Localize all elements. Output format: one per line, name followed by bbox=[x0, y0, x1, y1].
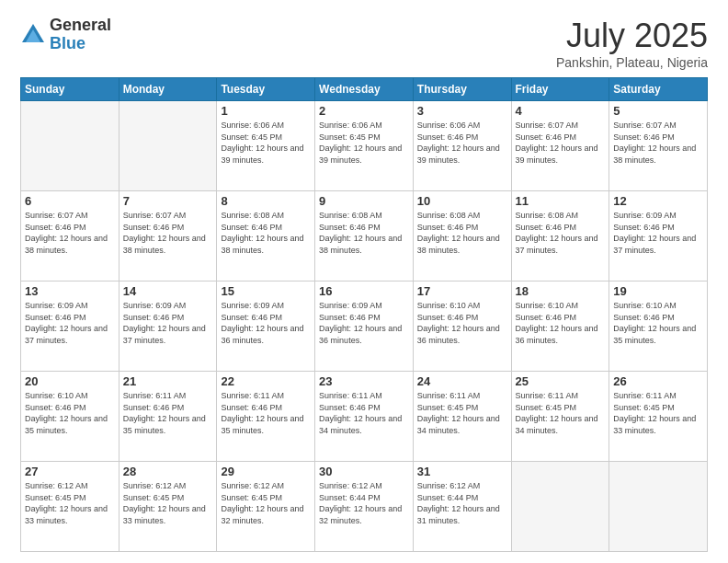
calendar-cell bbox=[609, 462, 708, 552]
day-number: 11 bbox=[516, 194, 606, 208]
calendar-cell: 3Sunrise: 6:06 AM Sunset: 6:46 PM Daylig… bbox=[413, 101, 511, 191]
day-number: 22 bbox=[221, 374, 311, 388]
day-info: Sunrise: 6:08 AM Sunset: 6:46 PM Dayligh… bbox=[516, 210, 606, 256]
day-info: Sunrise: 6:06 AM Sunset: 6:45 PM Dayligh… bbox=[221, 120, 311, 166]
calendar-cell: 24Sunrise: 6:11 AM Sunset: 6:45 PM Dayli… bbox=[413, 372, 511, 462]
day-number: 23 bbox=[319, 374, 409, 388]
day-info: Sunrise: 6:11 AM Sunset: 6:46 PM Dayligh… bbox=[221, 390, 311, 436]
calendar-cell: 2Sunrise: 6:06 AM Sunset: 6:45 PM Daylig… bbox=[315, 101, 414, 191]
calendar-cell: 12Sunrise: 6:09 AM Sunset: 6:46 PM Dayli… bbox=[609, 191, 708, 282]
day-number: 12 bbox=[613, 194, 703, 208]
calendar-cell: 21Sunrise: 6:11 AM Sunset: 6:46 PM Dayli… bbox=[119, 372, 217, 462]
day-info: Sunrise: 6:09 AM Sunset: 6:46 PM Dayligh… bbox=[25, 300, 115, 346]
calendar-cell: 31Sunrise: 6:12 AM Sunset: 6:44 PM Dayli… bbox=[413, 462, 511, 552]
calendar-cell: 22Sunrise: 6:11 AM Sunset: 6:46 PM Dayli… bbox=[217, 372, 315, 462]
day-info: Sunrise: 6:07 AM Sunset: 6:46 PM Dayligh… bbox=[25, 210, 115, 256]
day-number: 7 bbox=[123, 194, 213, 208]
calendar-cell: 29Sunrise: 6:12 AM Sunset: 6:45 PM Dayli… bbox=[217, 462, 315, 552]
day-number: 3 bbox=[417, 104, 507, 118]
calendar-body: 1Sunrise: 6:06 AM Sunset: 6:45 PM Daylig… bbox=[21, 101, 708, 552]
day-info: Sunrise: 6:10 AM Sunset: 6:46 PM Dayligh… bbox=[417, 300, 507, 346]
day-info: Sunrise: 6:11 AM Sunset: 6:45 PM Dayligh… bbox=[417, 390, 507, 436]
day-info: Sunrise: 6:12 AM Sunset: 6:44 PM Dayligh… bbox=[417, 480, 507, 526]
day-info: Sunrise: 6:08 AM Sunset: 6:46 PM Dayligh… bbox=[417, 210, 507, 256]
calendar-cell: 6Sunrise: 6:07 AM Sunset: 6:46 PM Daylig… bbox=[21, 191, 119, 282]
day-header-wednesday: Wednesday bbox=[315, 78, 414, 101]
day-info: Sunrise: 6:07 AM Sunset: 6:46 PM Dayligh… bbox=[516, 120, 606, 166]
day-number: 4 bbox=[516, 104, 606, 118]
title-block: July 2025 Pankshin, Plateau, Nigeria bbox=[556, 17, 708, 70]
calendar-cell: 19Sunrise: 6:10 AM Sunset: 6:46 PM Dayli… bbox=[609, 282, 708, 372]
week-row-2: 13Sunrise: 6:09 AM Sunset: 6:46 PM Dayli… bbox=[21, 282, 708, 372]
calendar-cell: 14Sunrise: 6:09 AM Sunset: 6:46 PM Dayli… bbox=[119, 282, 217, 372]
day-number: 6 bbox=[25, 194, 115, 208]
logo-general: General bbox=[50, 17, 111, 35]
day-info: Sunrise: 6:07 AM Sunset: 6:46 PM Dayligh… bbox=[123, 210, 213, 256]
calendar-cell: 16Sunrise: 6:09 AM Sunset: 6:46 PM Dayli… bbox=[315, 282, 414, 372]
calendar-cell: 10Sunrise: 6:08 AM Sunset: 6:46 PM Dayli… bbox=[413, 191, 511, 282]
calendar-cell: 1Sunrise: 6:06 AM Sunset: 6:45 PM Daylig… bbox=[217, 101, 315, 191]
day-number: 8 bbox=[221, 194, 311, 208]
calendar-cell: 5Sunrise: 6:07 AM Sunset: 6:46 PM Daylig… bbox=[609, 101, 708, 191]
day-number: 21 bbox=[123, 374, 213, 388]
day-header-row: SundayMondayTuesdayWednesdayThursdayFrid… bbox=[21, 78, 708, 101]
day-info: Sunrise: 6:06 AM Sunset: 6:45 PM Dayligh… bbox=[319, 120, 409, 166]
day-number: 18 bbox=[516, 284, 606, 298]
day-number: 25 bbox=[516, 374, 606, 388]
calendar-cell: 7Sunrise: 6:07 AM Sunset: 6:46 PM Daylig… bbox=[119, 191, 217, 282]
day-info: Sunrise: 6:07 AM Sunset: 6:46 PM Dayligh… bbox=[613, 120, 703, 166]
day-number: 24 bbox=[417, 374, 507, 388]
day-info: Sunrise: 6:12 AM Sunset: 6:45 PM Dayligh… bbox=[221, 480, 311, 526]
page: General Blue July 2025 Pankshin, Plateau… bbox=[0, 0, 728, 563]
day-info: Sunrise: 6:12 AM Sunset: 6:44 PM Dayligh… bbox=[319, 480, 409, 526]
header: General Blue July 2025 Pankshin, Plateau… bbox=[20, 17, 708, 70]
week-row-3: 20Sunrise: 6:10 AM Sunset: 6:46 PM Dayli… bbox=[21, 372, 708, 462]
calendar-cell: 28Sunrise: 6:12 AM Sunset: 6:45 PM Dayli… bbox=[119, 462, 217, 552]
day-header-friday: Friday bbox=[511, 78, 609, 101]
day-header-sunday: Sunday bbox=[21, 78, 119, 101]
day-number: 29 bbox=[221, 465, 311, 478]
week-row-1: 6Sunrise: 6:07 AM Sunset: 6:46 PM Daylig… bbox=[21, 191, 708, 282]
day-number: 30 bbox=[319, 465, 409, 478]
calendar-cell bbox=[119, 101, 217, 191]
day-info: Sunrise: 6:09 AM Sunset: 6:46 PM Dayligh… bbox=[221, 300, 311, 346]
day-info: Sunrise: 6:09 AM Sunset: 6:46 PM Dayligh… bbox=[613, 210, 703, 256]
day-number: 16 bbox=[319, 284, 409, 298]
day-header-saturday: Saturday bbox=[609, 78, 708, 101]
day-number: 14 bbox=[123, 284, 213, 298]
day-info: Sunrise: 6:10 AM Sunset: 6:46 PM Dayligh… bbox=[613, 300, 703, 346]
day-info: Sunrise: 6:12 AM Sunset: 6:45 PM Dayligh… bbox=[123, 480, 213, 526]
day-info: Sunrise: 6:11 AM Sunset: 6:46 PM Dayligh… bbox=[123, 390, 213, 436]
week-row-0: 1Sunrise: 6:06 AM Sunset: 6:45 PM Daylig… bbox=[21, 101, 708, 191]
logo-icon bbox=[20, 22, 46, 48]
day-info: Sunrise: 6:08 AM Sunset: 6:46 PM Dayligh… bbox=[319, 210, 409, 256]
day-number: 28 bbox=[123, 465, 213, 478]
day-number: 10 bbox=[417, 194, 507, 208]
calendar-cell: 25Sunrise: 6:11 AM Sunset: 6:45 PM Dayli… bbox=[511, 372, 609, 462]
calendar-cell: 17Sunrise: 6:10 AM Sunset: 6:46 PM Dayli… bbox=[413, 282, 511, 372]
calendar-cell: 27Sunrise: 6:12 AM Sunset: 6:45 PM Dayli… bbox=[21, 462, 119, 552]
day-number: 15 bbox=[221, 284, 311, 298]
day-number: 1 bbox=[221, 104, 311, 118]
day-number: 19 bbox=[613, 284, 703, 298]
calendar-cell: 30Sunrise: 6:12 AM Sunset: 6:44 PM Dayli… bbox=[315, 462, 414, 552]
day-number: 31 bbox=[417, 465, 507, 478]
calendar-cell: 13Sunrise: 6:09 AM Sunset: 6:46 PM Dayli… bbox=[21, 282, 119, 372]
day-info: Sunrise: 6:10 AM Sunset: 6:46 PM Dayligh… bbox=[516, 300, 606, 346]
day-info: Sunrise: 6:11 AM Sunset: 6:45 PM Dayligh… bbox=[516, 390, 606, 436]
calendar-cell: 26Sunrise: 6:11 AM Sunset: 6:45 PM Dayli… bbox=[609, 372, 708, 462]
calendar-cell: 4Sunrise: 6:07 AM Sunset: 6:46 PM Daylig… bbox=[511, 101, 609, 191]
day-info: Sunrise: 6:08 AM Sunset: 6:46 PM Dayligh… bbox=[221, 210, 311, 256]
logo-blue: Blue bbox=[50, 35, 111, 53]
day-info: Sunrise: 6:10 AM Sunset: 6:46 PM Dayligh… bbox=[25, 390, 115, 436]
day-info: Sunrise: 6:11 AM Sunset: 6:46 PM Dayligh… bbox=[319, 390, 409, 436]
day-info: Sunrise: 6:06 AM Sunset: 6:46 PM Dayligh… bbox=[417, 120, 507, 166]
calendar-cell bbox=[511, 462, 609, 552]
day-number: 13 bbox=[25, 284, 115, 298]
calendar-cell bbox=[21, 101, 119, 191]
calendar-cell: 23Sunrise: 6:11 AM Sunset: 6:46 PM Dayli… bbox=[315, 372, 414, 462]
month-title: July 2025 bbox=[556, 17, 708, 55]
day-number: 2 bbox=[319, 104, 409, 118]
day-number: 26 bbox=[613, 374, 703, 388]
day-info: Sunrise: 6:09 AM Sunset: 6:46 PM Dayligh… bbox=[319, 300, 409, 346]
